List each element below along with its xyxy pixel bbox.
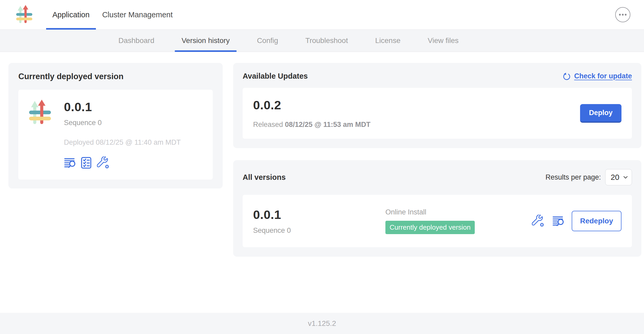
app-logo (15, 4, 35, 25)
tab-cluster-management[interactable]: Cluster Management (96, 0, 179, 29)
tab-version-history[interactable]: Version history (182, 30, 230, 52)
config-icon[interactable] (97, 157, 110, 169)
app-subnav: Dashboard Version history Config Trouble… (0, 30, 644, 52)
currently-deployed-card: 0.0.1 Sequence 0 Deployed 08/12/25 @ 11:… (18, 90, 213, 180)
released-timestamp: 08/12/25 @ 11:53 am MDT (285, 121, 371, 128)
row-actions: Redeploy (532, 211, 621, 231)
tab-view-files-label: View files (428, 36, 459, 45)
top-bar: Application Cluster Management (0, 0, 644, 30)
row-install-type: Online Install (385, 208, 532, 216)
tab-config[interactable]: Config (257, 30, 278, 52)
deploy-button[interactable]: Deploy (580, 104, 621, 123)
available-update-card: 0.0.2 Released 08/12/25 @ 11:53 am MDT D… (243, 88, 632, 139)
row-version-number: 0.0.1 (253, 207, 385, 222)
results-per-page-label: Results per page: (545, 173, 601, 181)
main-content: Currently deployed version 0.0.1 Sequenc… (0, 52, 644, 313)
available-updates-title: Available Updates (243, 72, 308, 80)
preflight-checks-icon[interactable] (81, 157, 92, 169)
diff-icon[interactable] (552, 216, 564, 227)
released-prefix: Released (253, 121, 283, 128)
tab-dashboard[interactable]: Dashboard (118, 30, 154, 52)
diff-icon[interactable] (64, 157, 75, 168)
deployed-version-number: 0.0.1 (64, 100, 181, 114)
app-tabs: Application Cluster Management (46, 0, 179, 29)
currently-deployed-badge: Currently deployed version (385, 221, 475, 234)
currently-deployed-panel: Currently deployed version 0.0.1 Sequenc… (8, 63, 223, 188)
tab-troubleshoot-label: Troubleshoot (305, 36, 348, 45)
deployed-timestamp: Deployed 08/12/25 @ 11:40 am MDT (64, 138, 181, 147)
results-per-page-select[interactable]: 20 (605, 169, 632, 185)
right-column: Available Updates Check for update 0.0.2… (233, 63, 641, 313)
check-for-update-link[interactable]: Check for update (563, 72, 632, 80)
footer: v1.125.2 (0, 313, 644, 334)
row-sequence-label: Sequence 0 (253, 227, 385, 235)
tab-config-label: Config (257, 36, 278, 45)
available-updates-panel: Available Updates Check for update 0.0.2… (233, 63, 641, 148)
app-logo (28, 100, 54, 126)
config-icon[interactable] (532, 215, 544, 227)
tab-license-label: License (375, 36, 401, 45)
redeploy-button[interactable]: Redeploy (572, 211, 621, 231)
tab-license[interactable]: License (375, 30, 401, 52)
update-released-line: Released 08/12/25 @ 11:53 am MDT (253, 121, 580, 129)
tab-version-history-label: Version history (182, 36, 230, 45)
tab-application[interactable]: Application (46, 0, 96, 29)
check-for-update-label: Check for update (574, 72, 632, 80)
tab-cluster-management-label: Cluster Management (102, 10, 173, 19)
currently-deployed-title: Currently deployed version (18, 72, 213, 81)
all-versions-title: All versions (243, 173, 286, 182)
results-per-page: Results per page: 20 (545, 169, 632, 185)
deployed-sequence-label: Sequence 0 (64, 119, 181, 127)
all-versions-panel: All versions Results per page: 20 0.0.1 … (233, 160, 641, 257)
ellipsis-icon (619, 14, 627, 16)
tab-troubleshoot[interactable]: Troubleshoot (305, 30, 348, 52)
chevron-down-icon (624, 176, 627, 179)
tab-dashboard-label: Dashboard (118, 36, 154, 45)
deployed-version-actions (64, 157, 181, 169)
results-per-page-value: 20 (611, 173, 619, 182)
more-menu-button[interactable] (615, 7, 630, 22)
version-row: 0.0.1 Sequence 0 Online Install Currentl… (243, 195, 632, 247)
tab-application-label: Application (52, 10, 90, 19)
update-version-number: 0.0.2 (253, 98, 580, 112)
console-version: v1.125.2 (308, 319, 336, 328)
refresh-icon (563, 72, 571, 80)
tab-view-files[interactable]: View files (428, 30, 459, 52)
